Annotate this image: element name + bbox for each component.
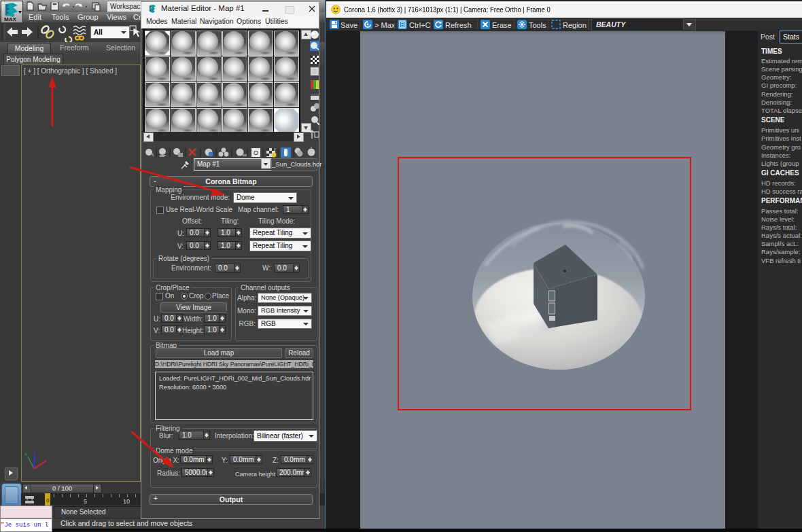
svg-text:5: 5 [84,498,87,505]
svg-text:O: O [254,149,258,156]
svg-text:MAX: MAX [4,16,16,22]
svg-text:z: z [33,450,36,456]
svg-text:x: x [24,451,27,457]
svg-text:10: 10 [123,498,130,505]
